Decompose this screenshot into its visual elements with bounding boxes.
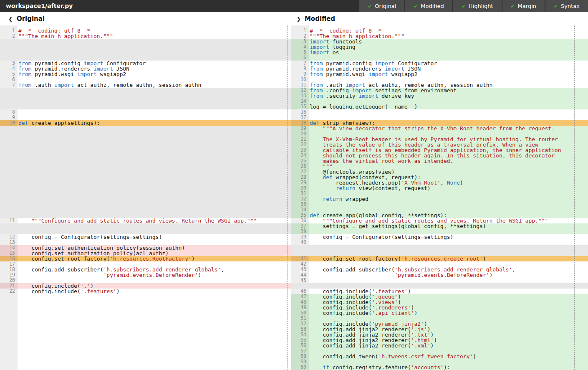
line-number: [0, 202, 18, 207]
original-line: [0, 299, 291, 305]
modified-line: 19 """A view decorator that strips the X…: [291, 126, 588, 131]
code-line: [309, 348, 588, 354]
modified-line: 53 config.add_jinja2_renderer('.js'): [291, 327, 588, 332]
original-line: [0, 321, 291, 327]
original-line: 14 config.set_authentication_policy(sess…: [0, 245, 291, 251]
code-line: config.include('.'): [18, 283, 291, 289]
line-number: [0, 207, 18, 213]
modified-line: 46 config.include('.features'): [291, 289, 588, 294]
diff-row: 59: [0, 359, 588, 365]
code-line: [18, 343, 291, 348]
code-line: from pyramid.renderers import JSON: [18, 66, 291, 71]
code-line: config.include('.queue'): [309, 294, 588, 299]
line-number: [0, 158, 18, 164]
code-line: [18, 153, 291, 158]
collapse-modified-icon[interactable]: ❯: [296, 16, 301, 22]
code-line: [18, 337, 291, 343]
modified-line: 23 callable itself is an embedded Pyrami…: [291, 147, 588, 153]
code-line: [18, 229, 291, 234]
original-line: 17: [0, 261, 291, 267]
toolbar-toggle-margin[interactable]: ✔Margin: [502, 0, 545, 12]
toolbar: ✔Original✔Modified✔Highlight✔Margin✔Synt…: [359, 0, 588, 12]
modified-line: 17: [291, 115, 588, 120]
original-line: [0, 88, 291, 93]
diff-row: 47 config.include('.queue'): [0, 294, 588, 299]
original-line: [0, 44, 291, 50]
code-line: [309, 261, 588, 267]
line-number: [0, 137, 18, 142]
code-line: [18, 169, 291, 175]
modified-line: 16: [291, 109, 588, 115]
code-line: config.add_jinja2_renderer('.html'): [309, 337, 588, 343]
diff-row: 58 config.add_tween('h.tweens.csrf_tween…: [0, 354, 588, 359]
code-line: [18, 202, 291, 207]
diff-row: 24 should not process this header again.…: [0, 153, 588, 158]
diff-row: 4from pyramid.renderers import JSON8from…: [0, 66, 588, 71]
diff-row: 19 'pyramid.events.BeforeRender')44 'pyr…: [0, 272, 588, 278]
line-number: [0, 337, 18, 343]
diff-row: 50 config.include('.api_client'): [0, 310, 588, 316]
modified-pane-title: Modified: [305, 15, 335, 23]
code-line: [18, 158, 291, 164]
original-pane-header: ❮ Original: [0, 12, 291, 25]
code-line: [309, 55, 588, 61]
original-line: [0, 223, 291, 229]
diff-row: 816: [0, 109, 588, 115]
modified-line: 2"""The main h application.""": [291, 33, 588, 39]
code-line: [18, 354, 291, 359]
line-number: [0, 359, 18, 365]
diff-row: 3from pyramid.config import Configurator…: [0, 61, 588, 66]
modified-line: 40: [291, 240, 588, 245]
diff-row: 52 config.include('pyramid_jinja2'): [0, 321, 588, 327]
collapse-original-icon[interactable]: ❮: [8, 16, 13, 22]
diff-row: 10def create_app(settings):18def strip_v…: [0, 120, 588, 126]
code-line: [18, 50, 291, 55]
code-line: # -*- coding: utf-8 -*-: [18, 28, 291, 33]
check-icon: ✔: [414, 3, 418, 9]
code-line: from pyramid.config import Configurator: [18, 61, 291, 66]
modified-line: [291, 283, 588, 289]
modified-line: 15log = logging.getLogger(__name__): [291, 104, 588, 109]
code-line: [18, 126, 291, 131]
code-line: """: [309, 164, 588, 169]
line-number: [0, 180, 18, 185]
code-line: [18, 147, 291, 153]
original-line: 6: [0, 77, 291, 82]
toolbar-toggle-syntax[interactable]: ✔Syntax: [545, 0, 588, 12]
original-line: [0, 158, 291, 164]
code-line: [18, 196, 291, 202]
modified-line: 43 config.add_subscriber('h.subscribers.…: [291, 267, 588, 272]
original-line: [0, 365, 291, 370]
original-line: 12 config = Configurator(settings=settin…: [0, 234, 291, 240]
code-line: """The main h application.""": [309, 33, 588, 39]
toolbar-toggle-label: Margin: [518, 3, 536, 9]
modified-line: 27 @functools.wraps(view): [291, 169, 588, 175]
diff-row: 12 config = Configurator(settings=settin…: [0, 234, 588, 240]
modified-line: 56 config.add_jinja2_renderer('.xml'): [291, 343, 588, 348]
diff-row: 29 request.headers.pop('X-Vhm-Root', Non…: [0, 180, 588, 185]
modified-line: 1# -*- coding: utf-8 -*-: [291, 28, 588, 33]
toolbar-toggle-original[interactable]: ✔Original: [359, 0, 404, 12]
code-line: [18, 104, 291, 109]
code-line: [18, 223, 291, 229]
original-line: [0, 104, 291, 109]
toolbar-toggle-modified[interactable]: ✔Modified: [405, 0, 452, 12]
code-line: """Configure and add static routes and v…: [18, 218, 291, 223]
diff-row: 15log = logging.getLogger(__name__): [0, 104, 588, 109]
window-title: workspace1/after.py: [0, 0, 73, 12]
original-line: [0, 294, 291, 299]
code-line: [18, 142, 291, 147]
original-line: [0, 332, 291, 337]
code-line: makes the virtual root work as intended.: [309, 158, 588, 164]
modified-line: 24 should not process this header again.…: [291, 153, 588, 158]
code-line: from pyramid.wsgi import wsgiapp2: [309, 71, 588, 77]
toolbar-toggle-highlight[interactable]: ✔Highlight: [453, 0, 502, 12]
original-line: 13: [0, 240, 291, 245]
line-number: [0, 50, 18, 55]
line-number: [0, 223, 18, 229]
diff-row: 55 config.add_jinja2_renderer('.html'): [0, 337, 588, 343]
diff-row: 37 settings = get_settings(global_config…: [0, 223, 588, 229]
modified-line: 6: [291, 55, 588, 61]
code-line: [18, 213, 291, 218]
diff-row: 56 config.add_jinja2_renderer('.xml'): [0, 343, 588, 348]
